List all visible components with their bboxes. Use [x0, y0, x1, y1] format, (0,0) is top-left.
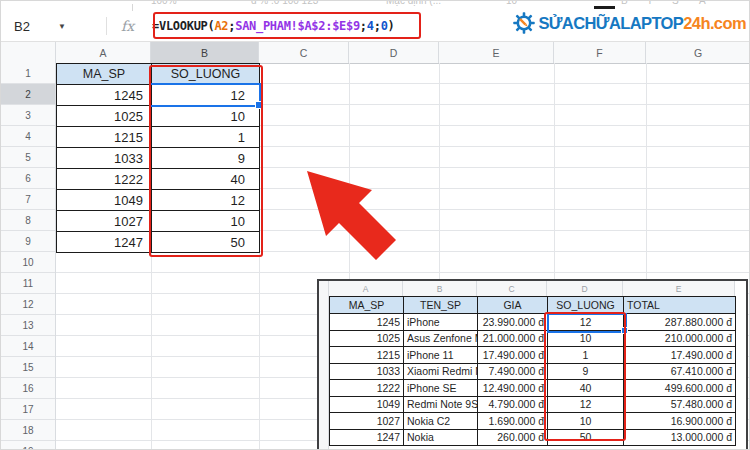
- spreadsheet-app: 100% đ % .0 100 123 Mặc định (... 10 B I…: [0, 0, 750, 450]
- inset-table-row: 1027Nokia C21.690.000 đ1016.900.000 đ: [330, 413, 736, 430]
- row-header-8[interactable]: 8: [1, 210, 55, 231]
- name-box[interactable]: B2 ▼: [1, 19, 106, 34]
- column-header-E[interactable]: E: [439, 42, 554, 63]
- cell-ma-sp[interactable]: 1025: [57, 106, 152, 127]
- column-header-B[interactable]: B: [151, 42, 259, 63]
- header-cell[interactable]: SO_LUONG: [152, 64, 260, 85]
- inset-column-letter-C: C: [477, 281, 547, 296]
- row-header-4[interactable]: 4: [1, 126, 55, 147]
- inset-data-table: MA_SPTEN_SPGIASO_LUONGTOTAL1245iPhone23.…: [329, 296, 736, 446]
- column-header-G[interactable]: G: [646, 42, 750, 63]
- inset-cell: 210.000.000 đ: [624, 331, 736, 348]
- cell-so-luong[interactable]: 9: [152, 148, 260, 169]
- chevron-down-icon[interactable]: ▼: [58, 22, 66, 31]
- inset-header-cell: TEN_SP: [404, 297, 478, 314]
- inset-cell: 9: [548, 364, 624, 381]
- inset-column-letter-D: D: [547, 281, 623, 296]
- fx-icon: fx: [121, 18, 134, 34]
- inset-cell: 4.790.000 đ: [478, 397, 548, 414]
- row-header-14[interactable]: 14: [1, 336, 55, 357]
- column-header-D[interactable]: D: [349, 42, 439, 63]
- inset-cell: 10: [548, 331, 624, 348]
- formula-token: ;: [360, 19, 367, 33]
- inset-header-cell: MA_SP: [330, 297, 404, 314]
- row-header-10[interactable]: 10: [1, 252, 55, 273]
- row-header-13[interactable]: 13: [1, 315, 55, 336]
- cell-reference: B2: [14, 19, 30, 34]
- select-all-corner[interactable]: [1, 42, 56, 63]
- cell-ma-sp[interactable]: 1049: [57, 190, 152, 211]
- formula-token: ): [388, 19, 395, 33]
- row-header-15[interactable]: 15: [1, 357, 55, 378]
- column-header-strip: ABCDEFG: [1, 42, 750, 64]
- row-header-18[interactable]: 18: [1, 420, 55, 441]
- row-header-5[interactable]: 5: [1, 147, 55, 168]
- row-header-19[interactable]: 19: [1, 441, 55, 450]
- row-header-7[interactable]: 7: [1, 189, 55, 210]
- inset-header-row: MA_SPTEN_SPGIASO_LUONGTOTAL: [330, 297, 736, 314]
- row-header-12[interactable]: 12: [1, 294, 55, 315]
- formula-token: =VLOOKUP(: [152, 19, 214, 33]
- inset-cell: 17.490.000 đ: [624, 347, 736, 364]
- inset-cell: 12: [548, 314, 624, 331]
- column-header-A[interactable]: A: [56, 42, 151, 63]
- row-header-17[interactable]: 17: [1, 399, 55, 420]
- inset-cell: Asus Zenfone M: [404, 331, 478, 348]
- row-header-11[interactable]: 11: [1, 273, 55, 294]
- inset-cell: 50: [548, 430, 624, 447]
- cell-so-luong[interactable]: 1: [152, 127, 260, 148]
- inset-cell: 1049: [330, 397, 404, 414]
- row-header-2[interactable]: 2: [1, 84, 55, 105]
- inset-cell: 23.990.000 đ: [478, 314, 548, 331]
- column-header-C[interactable]: C: [259, 42, 349, 63]
- cell-so-luong[interactable]: 40: [152, 169, 260, 190]
- cell-ma-sp[interactable]: 1247: [57, 232, 152, 253]
- cell-ma-sp[interactable]: 1027: [57, 211, 152, 232]
- inset-table-row: 1222iPhone SE12.490.000 đ40499.600.000 đ: [330, 380, 736, 397]
- formula-token: A2: [214, 19, 228, 33]
- inset-cell: iPhone 11: [404, 347, 478, 364]
- inset-cell: 1025: [330, 331, 404, 348]
- row-header-9[interactable]: 9: [1, 231, 55, 252]
- header-cell[interactable]: MA_SP: [57, 64, 152, 85]
- cell-so-luong[interactable]: 10: [152, 211, 260, 232]
- inset-table-row: 1033Xiaomi Redmi N7.490.000 đ967.410.000…: [330, 364, 736, 381]
- formula-input[interactable]: =VLOOKUP(A2;SAN_PHAM!$A$2:$E$9;4;0): [152, 19, 394, 33]
- inset-column-letter-E: E: [623, 281, 735, 296]
- inset-cell: 40: [548, 380, 624, 397]
- cell-so-luong[interactable]: 10: [152, 106, 260, 127]
- cell-ma-sp[interactable]: 1222: [57, 169, 152, 190]
- inset-cell: 13.000.000 đ: [624, 430, 736, 447]
- cell-ma-sp[interactable]: 1245: [57, 85, 152, 106]
- cell-ma-sp[interactable]: 1033: [57, 148, 152, 169]
- divider: [106, 17, 107, 35]
- formula-token: 0: [381, 19, 388, 33]
- text-color-underline: [594, 6, 615, 9]
- toolbar-format-fragment: đ % .0 100 123: [251, 1, 318, 6]
- inset-cell: Xiaomi Redmi N: [404, 364, 478, 381]
- row-header-1[interactable]: 1: [1, 63, 55, 84]
- site-logo: SỬACHỮALAPTOP24h.com: [513, 12, 746, 34]
- row-header-16[interactable]: 16: [1, 378, 55, 399]
- main-data-table: MA_SPSO_LUONG124512102510121511033912224…: [56, 63, 260, 253]
- inset-cell: 12.490.000 đ: [478, 380, 548, 397]
- inset-cell: 17.490.000 đ: [478, 347, 548, 364]
- logo-text-blue: SỬACHỮALAPTOP: [538, 14, 683, 32]
- inset-column-letter-A: A: [329, 281, 403, 296]
- inset-header-cell: GIA: [478, 297, 548, 314]
- toolbar-zoom-fragment: 100%: [151, 1, 177, 6]
- inset-row-strip: [319, 281, 329, 449]
- cell-so-luong[interactable]: 12: [152, 85, 260, 106]
- cell-so-luong[interactable]: 50: [152, 232, 260, 253]
- inset-cell: 1.690.000 đ: [478, 413, 548, 430]
- row-header-6[interactable]: 6: [1, 168, 55, 189]
- inset-cell: 67.410.000 đ: [624, 364, 736, 381]
- inset-header-cell: SO_LUONG: [548, 297, 624, 314]
- inset-cell: 1222: [330, 380, 404, 397]
- column-header-F[interactable]: F: [554, 42, 646, 63]
- inset-cell: Redmi Note 9S: [404, 397, 478, 414]
- cell-ma-sp[interactable]: 1215: [57, 127, 152, 148]
- inset-cell: iPhone SE: [404, 380, 478, 397]
- cell-so-luong[interactable]: 12: [152, 190, 260, 211]
- row-header-3[interactable]: 3: [1, 105, 55, 126]
